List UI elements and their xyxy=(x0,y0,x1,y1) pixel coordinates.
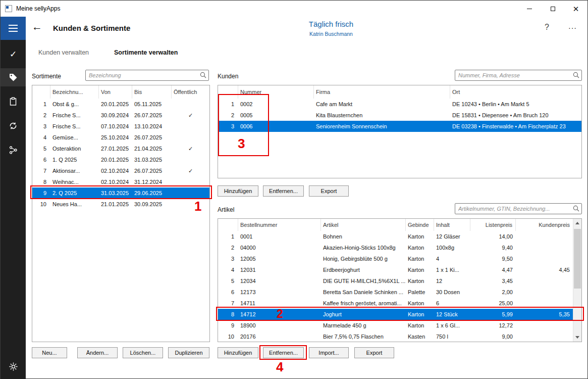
table-row[interactable]: 2Frische S...30.09.202426.07.2025✓ xyxy=(32,110,209,121)
table-row[interactable]: 10002Cafe am MarktDE 10243 • Berlin • Am… xyxy=(218,99,581,110)
table-cell: 21.04.2025 xyxy=(132,143,172,154)
table-cell: 10 xyxy=(218,331,238,342)
column-header[interactable]: Bezeichnu... xyxy=(50,85,99,99)
tab-kunden-verwalten[interactable]: Kunden verwalten xyxy=(38,49,89,56)
sidebar-item-clipboard[interactable] xyxy=(1,92,26,111)
loeschen-button[interactable]: Löschen... xyxy=(123,347,163,358)
table-cell: 2,00 xyxy=(470,287,516,298)
close-button[interactable]: ✕ xyxy=(564,1,587,17)
table-row[interactable]: 7Aktionsar...02.10.202426.07.2025✓ xyxy=(32,165,209,176)
artikel-hinzufuegen-button[interactable]: Hinzufügen xyxy=(218,347,258,358)
table-cell: 4 xyxy=(434,253,470,264)
table-cell: 12 Stück xyxy=(434,309,470,320)
table-cell: Bohnen xyxy=(321,231,406,242)
table-row[interactable]: 312005Honig, Gebirgsblüte 500 gKarton49,… xyxy=(218,253,573,264)
table-row[interactable]: 814712JoghurtKarton12 Stück5,995,35 xyxy=(218,309,573,320)
artikel-export-button[interactable]: Export xyxy=(354,347,394,358)
table-row[interactable]: 61. Q 202520.01.202531.03.2025 xyxy=(32,154,209,165)
table-row[interactable]: 3Frische S...07.10.202413.10.2024 xyxy=(32,121,209,132)
table-cell: 7 xyxy=(32,165,50,176)
scrollbar[interactable] xyxy=(573,219,581,342)
tab-sortimente-verwalten[interactable]: Sortimente verwalten xyxy=(114,49,178,56)
duplizieren-button[interactable]: Duplizieren xyxy=(168,347,209,358)
column-header[interactable] xyxy=(218,85,238,99)
table-row[interactable]: 204000Akazien-Honig-Sticks 100x8gKarton1… xyxy=(218,242,573,253)
column-header[interactable]: Listenpreis xyxy=(470,219,516,231)
column-header[interactable]: Öffentlich xyxy=(172,85,209,99)
table-cell: 29.06.2025 xyxy=(132,187,172,199)
scroll-up-button[interactable] xyxy=(573,219,581,227)
table-cell: 07.10.2024 xyxy=(99,121,132,132)
sidebar-item-tasks[interactable]: ✓ xyxy=(1,45,26,63)
table-row[interactable]: 1Obst & g...20.01.202505.11.2025 xyxy=(32,99,209,110)
table-row[interactable]: 714711Kaffee frisch geröstet, aromati...… xyxy=(218,298,573,309)
table-row[interactable]: 10001BohnenKarton12 Gläser14,00 xyxy=(218,231,573,242)
kunden-table: NummerFirmaOrt10002Cafe am MarktDE 10243… xyxy=(218,85,582,178)
table-row[interactable]: 918900Marmelade 450 gKarton1 x 6 Gl...12… xyxy=(218,320,573,331)
column-header[interactable]: Nummer xyxy=(238,85,314,99)
table-cell: Joghurt xyxy=(321,309,406,320)
neu-button[interactable]: Neu... xyxy=(32,347,67,358)
column-header[interactable]: Ort xyxy=(450,85,581,99)
table-cell: Karton xyxy=(406,231,434,242)
sidebar-item-settings[interactable] xyxy=(1,357,26,375)
kunden-search-input[interactable] xyxy=(455,70,582,81)
scroll-down-button[interactable] xyxy=(573,333,581,342)
table-row[interactable]: 1020176Bier 7,5% 0,75 FlaschenKasten750 … xyxy=(218,331,573,342)
column-header[interactable]: Bestellnummer xyxy=(238,219,321,231)
column-header[interactable]: Gebinde xyxy=(406,219,434,231)
table-row[interactable]: 10Neues Ha...21.01.202530.09.2025 xyxy=(32,199,209,210)
sync-icon xyxy=(9,121,18,130)
table-row[interactable]: 512034DIE GUTE H-MILCH1,5%6X1L ...Karton… xyxy=(218,275,573,287)
table-row[interactable]: 4Gemüse...25.10.202426.07.2025 xyxy=(32,132,209,143)
table-cell: 4 xyxy=(218,264,238,275)
sortimente-search xyxy=(85,70,209,81)
clipboard-icon xyxy=(9,97,18,106)
table-cell: 0001 xyxy=(238,231,321,242)
artikel-search-input[interactable] xyxy=(455,203,582,214)
kunden-label: Kunden xyxy=(218,73,238,80)
hamburger-button[interactable] xyxy=(1,17,26,40)
kunden-export-button[interactable]: Export xyxy=(309,185,349,197)
sortimente-search-input[interactable] xyxy=(85,70,209,81)
aendern-button[interactable]: Ändern... xyxy=(77,347,118,358)
column-header[interactable]: Kundenpreis xyxy=(516,219,573,231)
column-header[interactable]: Von xyxy=(99,85,132,99)
column-header[interactable]: Inhalt xyxy=(434,219,470,231)
table-row[interactable]: 30006Seniorenheim SonnenscheinDE 03238 •… xyxy=(218,121,581,132)
scrollbar-thumb[interactable] xyxy=(574,229,581,289)
company-title: Täglich frisch xyxy=(309,20,353,28)
column-header[interactable] xyxy=(218,219,238,231)
sidebar-item-kunden-sortimente[interactable] xyxy=(1,68,26,86)
table-cell: 2 xyxy=(32,110,50,121)
search-icon xyxy=(573,72,579,78)
kunden-hinzufuegen-button[interactable]: Hinzufügen xyxy=(218,185,258,197)
table-row[interactable]: 612173Beretta San Daniele Schinken ...Pa… xyxy=(218,287,573,298)
table-row[interactable]: 5Osteraktion27.01.202521.04.2025✓ xyxy=(32,143,209,154)
menu-icon xyxy=(9,25,18,26)
sortimente-label: Sortimente xyxy=(32,73,61,80)
table-row[interactable]: 20005Kita BlausternchenDE 15831 • Diepen… xyxy=(218,110,581,121)
more-button[interactable]: ··· xyxy=(568,24,577,32)
table-row[interactable]: 412031ErdbeerjoghurtKarton1 x 1 Ki...4,4… xyxy=(218,264,573,275)
table-cell: DE 03238 • Finsterwalde • Am Fischerplat… xyxy=(450,121,581,132)
minimize-button[interactable] xyxy=(518,1,541,17)
artikel-entfernen-button[interactable]: Entfernen... xyxy=(263,347,304,358)
sidebar-item-sync[interactable] xyxy=(1,117,26,135)
column-header[interactable] xyxy=(32,85,50,99)
table-cell: 02.10.2024 xyxy=(99,165,132,176)
maximize-button[interactable] xyxy=(541,1,564,17)
table-cell: Marmelade 450 g xyxy=(321,320,406,331)
column-header[interactable]: Firma xyxy=(314,85,450,99)
table-cell: Seniorenheim Sonnenschein xyxy=(314,121,450,132)
help-button[interactable]: ? xyxy=(545,23,549,32)
kunden-entfernen-button[interactable]: Entfernen... xyxy=(263,185,304,197)
column-header[interactable]: Bis xyxy=(132,85,172,99)
back-button[interactable]: ← xyxy=(32,21,42,32)
table-row[interactable]: 92. Q 202531.03.202529.06.2025 xyxy=(32,187,209,199)
artikel-import-button[interactable]: Import... xyxy=(309,347,349,358)
table-row[interactable]: 8Weihnac...02.10.202431.12.2024 xyxy=(32,176,209,187)
column-header[interactable]: Artikel xyxy=(321,219,406,231)
table-cell xyxy=(516,275,573,287)
sidebar-item-share[interactable] xyxy=(1,141,26,159)
